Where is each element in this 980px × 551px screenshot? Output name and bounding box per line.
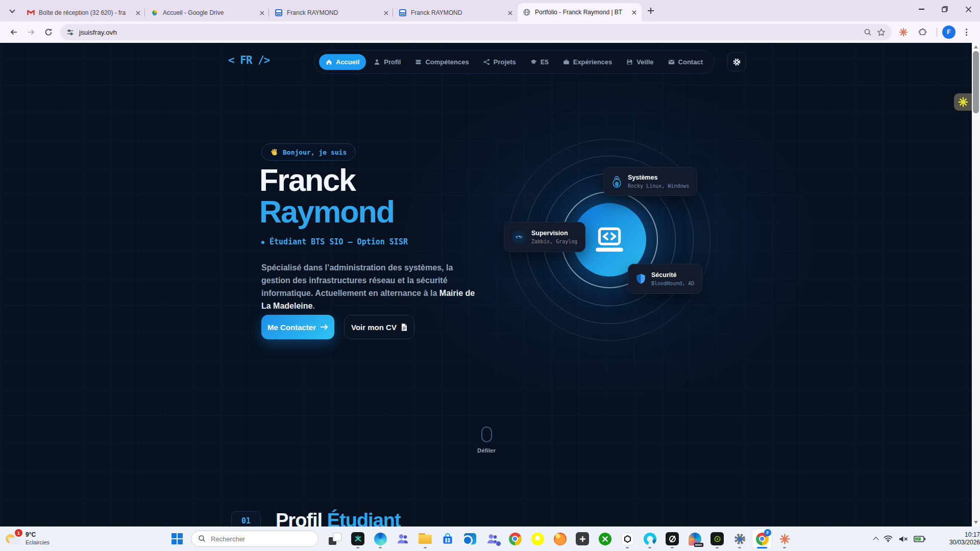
taskbar-firefox[interactable] <box>550 529 570 549</box>
toolbar-extensions: F <box>895 23 975 41</box>
chrome-icon <box>509 533 522 545</box>
taskbar-search-input[interactable] <box>191 531 318 547</box>
back-icon <box>10 28 18 36</box>
floppy-disk-icon <box>626 59 633 65</box>
back-button[interactable] <box>5 23 22 41</box>
volume-muted-icon[interactable] <box>898 535 908 543</box>
profile-avatar[interactable]: F <box>942 26 955 39</box>
tab-close-icon[interactable] <box>505 8 514 17</box>
extension-side-button[interactable] <box>954 93 972 111</box>
taskbar-microsoft-store[interactable] <box>437 529 458 549</box>
nav-item-profil[interactable]: Profil <box>367 54 407 70</box>
taskbar-teams[interactable] <box>393 529 413 549</box>
taskbar-settings[interactable] <box>729 529 750 549</box>
tab-close-icon[interactable] <box>257 8 266 17</box>
tab-gmail[interactable]: Boîte de réception (32 620) - fra <box>21 4 145 21</box>
site-info-icon[interactable] <box>66 29 74 36</box>
restore-button[interactable] <box>933 0 957 18</box>
tab-search-button[interactable] <box>5 4 19 18</box>
hero-badge: Bonjour, je suis <box>261 143 356 161</box>
taskbar-snapchat[interactable] <box>527 529 548 549</box>
system-tray: 10:17 30/03/2026 <box>874 527 980 551</box>
scrollbar-thumb[interactable] <box>973 51 979 113</box>
tab-franck-1[interactable]: Franck RAYMOND <box>270 4 394 21</box>
taskbar-apps: M365 F <box>325 529 795 549</box>
wifi-icon[interactable] <box>884 535 893 542</box>
minimize-button[interactable] <box>910 0 933 18</box>
taskbar-slash-app[interactable] <box>662 529 682 549</box>
server-icon <box>415 59 422 65</box>
status-badge <box>496 541 501 546</box>
cyan-wave-icon <box>644 533 656 545</box>
taskbar-teams-work[interactable] <box>482 529 503 549</box>
scrollbar-down-arrow[interactable] <box>974 521 978 524</box>
weather-widget[interactable]: 1 9°C Eclaircies <box>5 530 50 546</box>
battery-charging-icon[interactable] <box>914 536 925 542</box>
tab-close-icon[interactable] <box>381 8 390 17</box>
taskbar-chrome[interactable] <box>505 529 525 549</box>
taskbar-chrome-active[interactable]: F <box>752 529 772 549</box>
nav-item-e5[interactable]: E5 <box>524 54 555 70</box>
chatgpt-knot-icon <box>621 533 634 545</box>
nav-item-accueil[interactable]: Accueil <box>319 54 366 70</box>
close-icon <box>966 7 971 12</box>
taskbar-xbox[interactable] <box>595 529 615 549</box>
firefox-icon <box>554 533 567 545</box>
nav-item-experiences[interactable]: Expériences <box>556 54 619 70</box>
taskbar-m365-copilot[interactable]: M365 <box>684 529 705 549</box>
browser-menu-button[interactable] <box>958 23 975 41</box>
extensions-button[interactable] <box>914 23 932 41</box>
site-logo[interactable]: < FR /> <box>228 54 270 66</box>
contact-button[interactable]: Me Contacter <box>261 315 334 339</box>
snapchat-ghost-icon <box>531 533 544 545</box>
divider <box>937 28 937 37</box>
taskbar-plus-app[interactable] <box>572 529 593 549</box>
tab-drive[interactable]: Accueil - Google Drive <box>145 4 270 21</box>
claude-extension-button[interactable] <box>895 23 912 41</box>
hidden-icons-chevron[interactable] <box>873 537 878 542</box>
taskbar-wave-app[interactable] <box>640 529 660 549</box>
zoom-icon[interactable] <box>864 28 872 36</box>
url-text[interactable]: jsuisfray.ovh <box>79 29 859 36</box>
section-title: Profil Étudiant <box>276 510 401 527</box>
taskbar-claude[interactable] <box>774 529 795 549</box>
card-subtitle: Zabbix, Graylog <box>531 239 577 244</box>
tab-close-icon[interactable] <box>133 8 142 17</box>
new-tab-button[interactable] <box>644 4 658 18</box>
address-bar[interactable]: jsuisfray.ovh <box>60 24 892 40</box>
theme-settings-button[interactable] <box>727 52 746 71</box>
nav-item-contact[interactable]: Contact <box>662 54 709 70</box>
nav-item-projets[interactable]: Projets <box>477 54 523 70</box>
close-window-button[interactable] <box>957 0 980 18</box>
taskbar-outlook[interactable] <box>460 529 480 549</box>
taskbar-edge[interactable] <box>370 529 390 549</box>
card-title: Supervision <box>531 230 577 237</box>
browser-tabstrip: Boîte de réception (32 620) - fra Accuei… <box>0 0 980 21</box>
taskbar-nvidia[interactable] <box>707 529 727 549</box>
share-nodes-icon <box>483 59 490 65</box>
tab-franck-2[interactable]: Franck RAYMOND <box>394 4 518 21</box>
nav-item-competences[interactable]: Compétences <box>408 54 475 70</box>
scroll-indicator: Défiler <box>469 427 504 454</box>
taskbar-clock[interactable]: 10:17 30/03/2026 <box>935 531 980 546</box>
tab-portfolio-active[interactable]: Portfolio - Franck Raymond | BT <box>518 3 642 21</box>
start-button[interactable] <box>172 533 183 544</box>
forward-button[interactable] <box>22 23 40 41</box>
bookmark-star-icon[interactable] <box>877 28 886 37</box>
scrollbar-up-arrow[interactable] <box>974 45 978 48</box>
taskbar-task-view[interactable] <box>325 529 346 549</box>
taskbar-chatgpt[interactable] <box>617 529 638 549</box>
nav-item-veille[interactable]: Veille <box>620 54 660 70</box>
cv-button[interactable]: Voir mon CV <box>344 315 414 339</box>
taskbar-file-explorer[interactable] <box>415 529 435 549</box>
hero-badge-text: Bonjour, je suis <box>283 148 347 156</box>
edge-icon <box>374 533 387 545</box>
taskbar-dark-pinwheel-app[interactable] <box>348 529 368 549</box>
scrollbar[interactable] <box>972 43 980 527</box>
plus-app-icon <box>576 532 589 545</box>
tab-close-icon[interactable] <box>629 8 639 17</box>
graduation-cap-icon <box>530 59 537 65</box>
tab-title: Accueil - Google Drive <box>163 9 253 16</box>
reload-button[interactable] <box>40 23 57 41</box>
plus-icon <box>648 8 654 14</box>
